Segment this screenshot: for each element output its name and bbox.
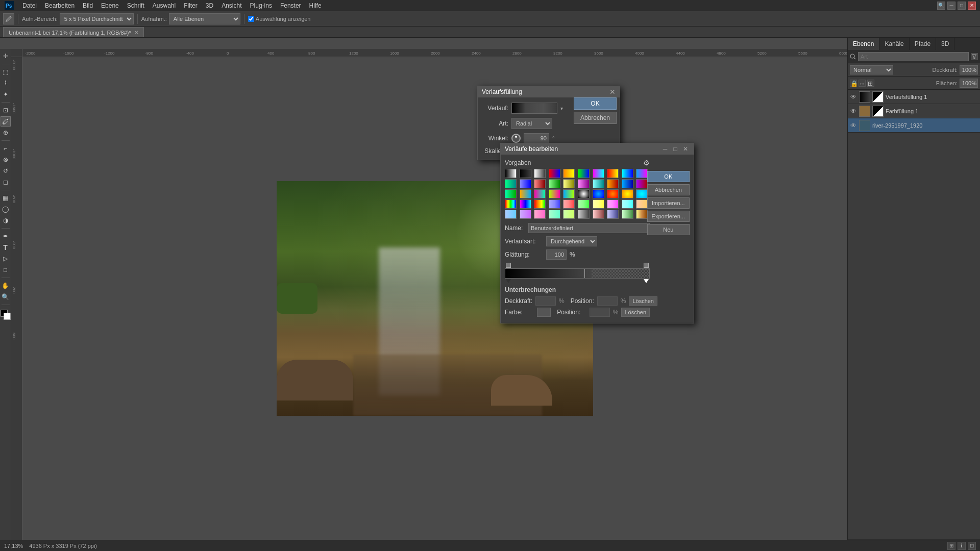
auswahl-checkbox[interactable] [248, 16, 254, 22]
pen-tool[interactable]: ✒ [1, 231, 11, 241]
layer-item-verlauf[interactable]: 👁 Verlaufsfüllung 1 [848, 90, 980, 104]
preset-1[interactable] [505, 169, 517, 178]
gradient-tool[interactable]: ▦ [1, 193, 11, 203]
preset-23[interactable] [534, 189, 546, 198]
menu-schrift[interactable]: Schrift [123, 1, 149, 10]
preset-5[interactable] [563, 169, 575, 178]
dialog-vf-title[interactable]: Verlaufsfüllung ✕ [478, 86, 620, 97]
info-icon[interactable]: ℹ [958, 542, 966, 550]
position-input-1[interactable] [597, 296, 618, 306]
farbe-color-swatch[interactable] [537, 308, 551, 317]
tool-eyedropper[interactable] [3, 13, 14, 24]
verlaufsart-select[interactable]: Durchgehend [546, 236, 597, 246]
preset-46[interactable] [578, 210, 590, 219]
preset-49[interactable] [622, 210, 633, 219]
brush-tool[interactable]: ⌐ [1, 143, 11, 154]
window-close-btn[interactable]: ✕ [968, 2, 976, 10]
preset-32[interactable] [520, 199, 531, 209]
preset-47[interactable] [593, 210, 604, 219]
preset-8[interactable] [607, 169, 619, 178]
preset-35[interactable] [563, 199, 575, 209]
dialog-vf-close-btn[interactable]: ✕ [609, 88, 616, 96]
preset-50[interactable] [636, 210, 648, 219]
preset-26[interactable] [578, 189, 590, 198]
dialog-vf-abbrechen-btn[interactable]: Abbrechen [574, 112, 617, 124]
color-stop-black[interactable] [506, 279, 511, 283]
gradient-preview[interactable] [511, 103, 557, 114]
color-stop-white[interactable] [644, 279, 649, 283]
path-select-tool[interactable]: ▷ [1, 254, 11, 264]
preset-24[interactable] [549, 189, 560, 198]
preset-7[interactable] [593, 169, 604, 178]
fill-input[interactable] [960, 79, 978, 88]
selection-tool[interactable]: ⬚ [1, 67, 11, 77]
preset-19[interactable] [622, 179, 633, 188]
tab-ebenen[interactable]: Ebenen [848, 38, 879, 50]
hand-tool[interactable]: ✋ [1, 281, 11, 291]
preset-2[interactable] [520, 169, 531, 178]
background-color[interactable] [4, 313, 11, 320]
tool-mode-select[interactable]: 5 x 5 Pixel Durchschnitt [60, 13, 134, 24]
preset-42[interactable] [520, 210, 531, 219]
document-tab[interactable]: Unbenannt-1 bei 17,1% (Farbfüllung 1, RG… [3, 27, 144, 37]
crop-tool[interactable]: ⊡ [1, 105, 11, 115]
preset-33[interactable] [534, 199, 546, 209]
preset-31[interactable] [505, 199, 517, 209]
preset-41[interactable] [505, 210, 517, 219]
menu-ansicht[interactable]: Ansicht [217, 1, 246, 10]
menu-3d[interactable]: 3D [202, 1, 217, 10]
layer-search-input[interactable] [858, 52, 969, 61]
lock-position-icon[interactable]: ↔ [859, 80, 866, 87]
layer-visibility-farb[interactable]: 👁 [850, 108, 857, 115]
preset-48[interactable] [607, 210, 619, 219]
preset-20[interactable] [636, 179, 648, 188]
preset-30[interactable] [636, 189, 648, 198]
presets-gear-icon[interactable]: ⚙ [643, 159, 650, 167]
loeschen-btn-2[interactable]: Löschen [621, 308, 650, 317]
eyedropper-tool[interactable] [1, 116, 11, 127]
dialog-ve-maximize-btn[interactable]: □ [671, 145, 679, 153]
opacity-stop-left[interactable] [506, 263, 511, 268]
preset-16[interactable] [578, 179, 590, 188]
preset-27[interactable] [593, 189, 604, 198]
magic-wand-tool[interactable]: ✦ [1, 89, 11, 99]
dialog-ve-neu-btn[interactable]: Neu [647, 224, 690, 235]
clone-tool[interactable]: ⊗ [1, 155, 11, 165]
preset-44[interactable] [549, 210, 560, 219]
blend-mode-select[interactable]: Normal [850, 65, 893, 74]
dodge-tool[interactable]: ◑ [1, 215, 11, 226]
position-input-2[interactable] [590, 308, 610, 317]
preset-45[interactable] [563, 210, 575, 219]
name-input[interactable] [528, 223, 650, 233]
preset-9[interactable] [622, 169, 633, 178]
layer-item-farb[interactable]: 👁 Farbfüllung 1 [848, 104, 980, 118]
loeschen-btn-1[interactable]: Löschen [629, 296, 657, 306]
layer-item-photo[interactable]: 👁 river-2951997_1920 [848, 118, 980, 133]
preset-39[interactable] [622, 199, 633, 209]
preset-22[interactable] [520, 189, 531, 198]
window-maximize-btn[interactable]: □ [958, 2, 966, 10]
lasso-tool[interactable]: ⌇ [1, 78, 11, 88]
move-tool[interactable]: ✛ [1, 51, 11, 61]
tab-3d[interactable]: 3D [936, 38, 954, 50]
art-select[interactable]: Radial [511, 118, 552, 129]
menu-bearbeiten[interactable]: Bearbeiten [41, 1, 79, 10]
shape-tool[interactable]: □ [1, 265, 11, 275]
dialog-ve-importieren-btn[interactable]: Importieren... [647, 197, 690, 209]
menu-plugins[interactable]: Plug-ins [246, 1, 276, 10]
layer-visibility-photo[interactable]: 👁 [850, 122, 857, 129]
preset-4[interactable] [549, 169, 560, 178]
layer-visibility-verlauf[interactable]: 👁 [850, 93, 857, 101]
preset-25[interactable] [563, 189, 575, 198]
menu-hilfe[interactable]: Hilfe [305, 1, 326, 10]
eraser-tool[interactable]: ◻ [1, 177, 11, 187]
angle-dial[interactable] [511, 134, 521, 143]
layer-filter-btn[interactable] [971, 53, 978, 60]
menu-fenster[interactable]: Fenster [276, 1, 305, 10]
dialog-vf-ok-btn[interactable]: OK [574, 97, 617, 110]
glaettung-input[interactable] [546, 249, 567, 260]
dialog-ve-title-bar[interactable]: Verläufe bearbeiten ─ □ ✕ [501, 143, 694, 155]
preset-18[interactable] [607, 179, 619, 188]
preset-15[interactable] [563, 179, 575, 188]
dialog-ve-ok-btn[interactable]: OK [647, 171, 690, 182]
